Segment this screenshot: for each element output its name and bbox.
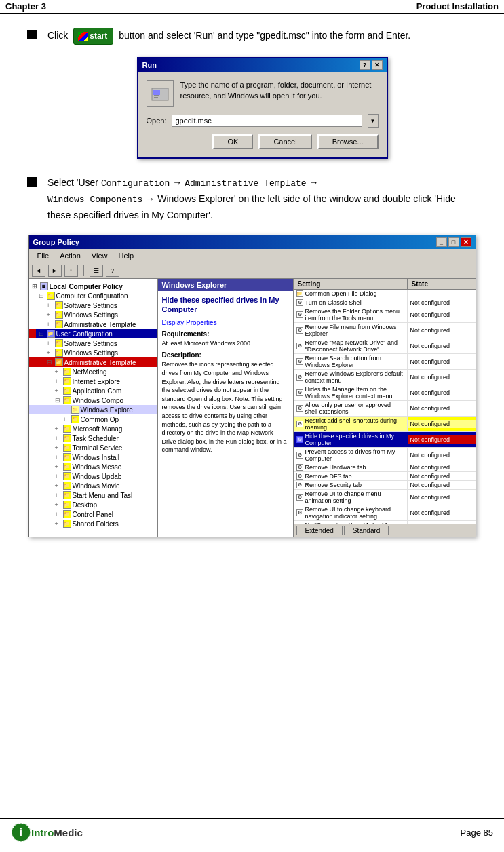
tree-item-commonop[interactable]: + 📁 Common Op <box>29 414 157 424</box>
setting-row[interactable]: 📁 Common Open File Dialog <box>294 290 476 298</box>
setting-row[interactable]: ⚙ Remove Security tab Not configured <box>294 481 476 490</box>
section-label: Product Installation <box>416 1 499 12</box>
tree-item-user-sw[interactable]: + 📁 Software Settings <box>29 338 157 348</box>
folder-icon: 📁 <box>55 358 63 366</box>
setting-name: 📁 Common Open File Dialog <box>294 290 408 298</box>
setting-row[interactable]: ⚙ Allow only per user or approved shell … <box>294 401 476 417</box>
setting-icon: ⚙ <box>296 509 303 516</box>
run-dialog-top: Type the name of a program, folder, docu… <box>147 80 379 107</box>
tree-item-desktop[interactable]: + 📁 Desktop <box>29 500 157 509</box>
tree-item-winexplorer[interactable]: 📁 Windows Explore <box>29 405 157 414</box>
setting-row[interactable]: ⚙ Remove DFS tab Not configured <box>294 472 476 481</box>
description-text: Removes the icons representing selected … <box>162 360 289 454</box>
setting-row-selected[interactable]: ⚙ Hide these specified drives in My Comp… <box>294 432 476 448</box>
tree-item-wininstall[interactable]: + 📁 Windows Install <box>29 452 157 462</box>
run-dropdown-btn[interactable]: ▼ <box>368 114 379 128</box>
run-dialog-close-btn[interactable]: ✕ <box>372 60 383 70</box>
run-open-input[interactable] <box>172 115 362 127</box>
run-cancel-button[interactable]: Cancel <box>258 134 311 149</box>
setting-label: Remove UI to change keyboard navigation … <box>305 506 404 520</box>
run-browse-button[interactable]: Browse... <box>317 134 379 149</box>
tree-item-ie[interactable]: + 📁 Internet Explore <box>29 376 157 386</box>
tab-standard[interactable]: Standard <box>344 526 389 535</box>
run-dialog-titlebar: Run ? ✕ <box>138 58 387 72</box>
gp-minimize-btn[interactable]: _ <box>436 237 447 247</box>
tree-item-ms-manage[interactable]: + 📁 Microsoft Manag <box>29 424 157 433</box>
gp-view-btn[interactable]: ☰ <box>90 265 103 277</box>
click-text: Click <box>47 30 71 41</box>
expand-icon: + <box>55 520 62 527</box>
setting-row[interactable]: ⚙ Prevent access to drives from My Compu… <box>294 448 476 463</box>
gp-back-btn[interactable]: ◄ <box>32 265 45 277</box>
setting-row[interactable]: ⚙ Remove File menu from Windows Explorer… <box>294 323 476 338</box>
gp-menu-help[interactable]: Help <box>113 250 139 261</box>
setting-state: Not configured <box>408 493 476 501</box>
setting-row[interactable]: ⚙ Removes the Folder Options menu item f… <box>294 307 476 323</box>
setting-name: ⚙ Remove File menu from Windows Explorer <box>294 323 408 338</box>
display-properties-link[interactable]: Display Properties <box>162 319 289 326</box>
gp-explorer-panel: Windows Explorer Hide these specified dr… <box>158 279 476 537</box>
setting-state: Not configured <box>408 435 476 444</box>
tree-item-label: Windows Settings <box>64 349 118 357</box>
gp-main-area: Windows Explorer Hide these specified dr… <box>158 279 476 537</box>
setting-row[interactable]: ⚙ Remove Windows Explorer's default cont… <box>294 370 476 385</box>
tree-item-shared-folders[interactable]: + 📁 Shared Folders <box>29 519 157 528</box>
tree-item-task-sched[interactable]: + 📁 Task Scheduler <box>29 433 157 443</box>
admin-template-row: ⊟ 📁 Administrative Template <box>29 357 157 367</box>
bullet-square-2 <box>27 177 37 187</box>
tree-item-controlpanel[interactable]: + 📁 Control Panel <box>29 509 157 519</box>
setting-row[interactable]: ⚙ Remove UI to change menu animation set… <box>294 490 476 505</box>
setting-row[interactable]: ⚙ Turn on Classic Shell Not configured <box>294 298 476 307</box>
gp-forward-btn[interactable]: ► <box>48 265 62 277</box>
gp-controls: _ □ ✕ <box>436 237 471 247</box>
setting-row[interactable]: ⚙ Remove Search button from Windows Expl… <box>294 354 476 370</box>
tree-item-user-win[interactable]: + 📁 Windows Settings <box>29 348 157 357</box>
gp-menu-file[interactable]: File <box>32 250 55 261</box>
tree-item-label: Windows Messe <box>73 463 122 471</box>
gp-menu-view[interactable]: View <box>86 250 113 261</box>
tree-item-appcom[interactable]: + 📁 Application Com <box>29 386 157 395</box>
gp-settings-panel: Setting State 📁 Common Open File Dialog <box>294 279 476 537</box>
gp-up-btn[interactable]: ↑ <box>64 265 78 277</box>
setting-label: Restrict add shell shortcuts during roam… <box>305 417 404 431</box>
logo-intro-text: Intro <box>31 827 54 838</box>
gp-maximize-btn[interactable]: □ <box>448 237 459 247</box>
tree-item-winmovie[interactable]: + 📁 Windows Movie <box>29 481 157 490</box>
tree-item-sw-settings[interactable]: + 📁 Software Settings <box>29 301 157 310</box>
run-ok-button[interactable]: OK <box>212 134 253 149</box>
bullet-item-2: Select 'User Configuration → Administrat… <box>27 175 477 222</box>
tree-item-winmesse[interactable]: + 📁 Windows Messe <box>29 462 157 471</box>
tab-extended[interactable]: Extended <box>296 526 343 535</box>
tree-item-startmenu[interactable]: + 📁 Start Menu and Tasl <box>29 490 157 500</box>
gp-help-toolbar-btn[interactable]: ? <box>106 265 119 277</box>
user-config-row: ⊟ 📁 User Configuration <box>29 329 157 338</box>
tree-item-win-settings[interactable]: + 📁 Windows Settings <box>29 310 157 320</box>
folder-icon: 📁 <box>63 501 71 509</box>
tree-item-terminal[interactable]: + 📁 Terminal Service <box>29 443 157 452</box>
tree-item-user-admin-template[interactable]: ⊟ 📁 Administrative Template <box>29 357 157 367</box>
tree-item-winupdate[interactable]: + 📁 Windows Updab <box>29 471 157 481</box>
setting-row-highlighted[interactable]: ⚙ Restrict add shell shortcuts during ro… <box>294 417 476 432</box>
setting-name: ⚙ Remove UI to change menu animation set… <box>294 490 408 505</box>
gp-menu-action[interactable]: Action <box>54 250 86 261</box>
setting-icon: ⚙ <box>296 452 303 459</box>
tree-item-user-config[interactable]: ⊟ 📁 User Configuration <box>29 329 157 338</box>
setting-label: Allow only per user or approved shell ex… <box>305 402 404 415</box>
bullet-item-1: Click start button and select 'Run' and … <box>27 28 477 45</box>
col-setting-header: Setting <box>294 279 408 289</box>
logo-container: i IntroMedic <box>11 822 83 843</box>
tree-item-computer-config[interactable]: ⊟ 📁 Computer Configuration <box>29 291 157 301</box>
tree-item-netmeeting[interactable]: + 📁 NetMeeting <box>29 367 157 376</box>
expand-icon: + <box>47 321 54 328</box>
setting-row[interactable]: ⚙ Remove Hardware tab Not configured <box>294 463 476 472</box>
run-dialog-help-btn[interactable]: ? <box>360 60 370 70</box>
setting-row[interactable]: ⚙ Remove "Map Network Drive" and "Discon… <box>294 338 476 354</box>
tree-item-wincomponents[interactable]: ⊟ 📁 Windows Compo <box>29 395 157 405</box>
tree-item-admin-template[interactable]: + 📁 Administrative Template <box>29 320 157 329</box>
gp-close-btn[interactable]: ✕ <box>461 237 471 247</box>
run-dialog-title: Run <box>142 61 157 69</box>
setting-row[interactable]: ⚙ Hides the Manage Item on the Windows E… <box>294 385 476 401</box>
setting-icon: ⚙ <box>296 327 303 334</box>
tree-item-local-computer[interactable]: ⊞ 🖥 Local Computer Policy <box>29 282 157 291</box>
setting-row[interactable]: ⚙ Remove UI to change keyboard navigatio… <box>294 505 476 521</box>
